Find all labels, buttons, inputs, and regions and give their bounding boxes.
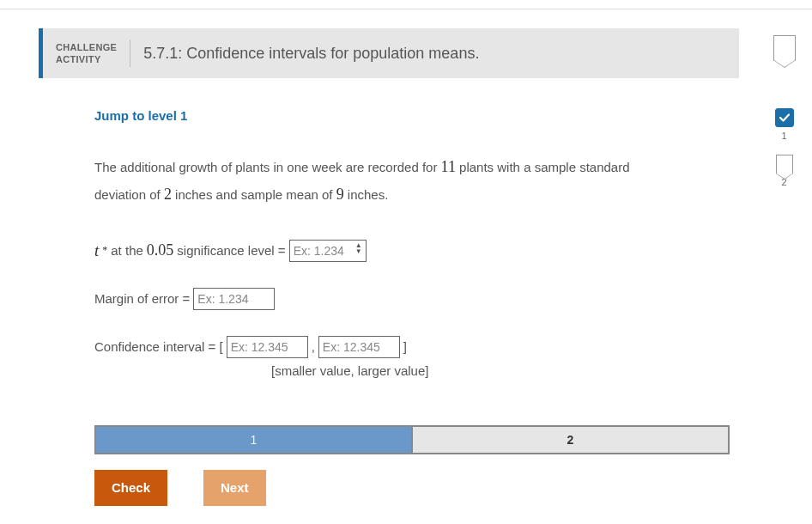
margin-error-label: Margin of error = xyxy=(94,291,190,306)
level-1-status-checked[interactable] xyxy=(775,108,794,127)
progress-level-1[interactable]: 1 xyxy=(96,427,413,453)
ci-lower-input[interactable] xyxy=(227,336,308,358)
side-column: 1 2 xyxy=(765,9,803,506)
t-text-post: significance level = xyxy=(177,243,285,258)
problem-statement: The additional growth of plants in one w… xyxy=(94,153,674,209)
level-progress-bar: 1 2 xyxy=(94,425,730,454)
ci-separator: , xyxy=(312,339,315,354)
problem-text-mid2: inches and sample mean of xyxy=(172,187,336,202)
margin-error-row: Margin of error = xyxy=(94,288,674,310)
t-text-pre: at the xyxy=(111,243,143,258)
problem-sd: 2 xyxy=(164,186,172,203)
problem-n: 11 xyxy=(441,158,456,175)
level-1-label: 1 xyxy=(765,131,803,141)
problem-mean: 9 xyxy=(336,186,344,203)
button-row: Check Next xyxy=(94,470,674,506)
content-area: Jump to level 1 The additional growth of… xyxy=(39,78,674,506)
margin-error-input[interactable] xyxy=(193,288,275,310)
ci-upper-input[interactable] xyxy=(318,336,400,358)
ci-close-bracket: ] xyxy=(403,339,407,354)
t-star-row: t* at the 0.05 significance level = ▲▼ xyxy=(94,240,674,262)
main-container: CHALLENGE ACTIVITY 5.7.1: Confidence int… xyxy=(0,9,812,506)
progress-level-2[interactable]: 2 xyxy=(413,427,728,453)
question-block: t* at the 0.05 significance level = ▲▼ M… xyxy=(94,240,674,378)
significance-level: 0.05 xyxy=(147,241,174,259)
ci-hint: [smaller value, larger value] xyxy=(271,363,674,378)
jump-to-level-link[interactable]: Jump to level 1 xyxy=(94,108,187,123)
challenge-line2: ACTIVITY xyxy=(56,54,101,64)
check-button[interactable]: Check xyxy=(94,470,167,506)
challenge-line1: CHALLENGE xyxy=(56,42,117,52)
activity-title: 5.7.1: Confidence intervals for populati… xyxy=(130,45,479,63)
t-star-sup: * xyxy=(102,244,107,257)
activity-header: CHALLENGE ACTIVITY 5.7.1: Confidence int… xyxy=(39,28,739,78)
problem-text-post: inches. xyxy=(344,187,389,202)
t-symbol: t xyxy=(94,241,99,260)
ci-label: Confidence interval = [ xyxy=(94,339,223,354)
next-button[interactable]: Next xyxy=(203,470,266,506)
t-star-input-wrap: ▲▼ xyxy=(289,240,367,262)
status-group: 1 2 xyxy=(765,108,803,187)
main-column: CHALLENGE ACTIVITY 5.7.1: Confidence int… xyxy=(9,9,765,506)
check-icon xyxy=(779,112,791,124)
challenge-label: CHALLENGE ACTIVITY xyxy=(43,41,130,66)
header-shield-icon xyxy=(773,35,796,61)
t-star-input[interactable] xyxy=(289,240,367,262)
level-2-status-shield[interactable] xyxy=(776,155,793,174)
problem-text-pre: The additional growth of plants in one w… xyxy=(94,160,441,174)
confidence-interval-row: Confidence interval = [ , ] [smaller val… xyxy=(94,336,674,378)
